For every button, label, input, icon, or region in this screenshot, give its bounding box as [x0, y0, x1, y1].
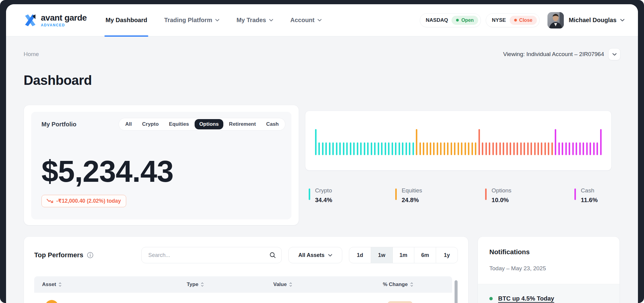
chart-bar-equities	[426, 142, 428, 155]
chart-bar-crypto	[399, 142, 400, 155]
legend-text: Cash11.6%	[581, 187, 598, 204]
chart-bar-cash	[555, 129, 556, 155]
tab-cash[interactable]: Cash	[261, 119, 283, 129]
chevron-down-icon	[215, 19, 219, 22]
chevron-down-icon[interactable]	[620, 19, 625, 22]
percent-change-badge	[388, 301, 412, 303]
chart-bar-crypto	[353, 142, 355, 155]
avatar[interactable]	[547, 12, 564, 28]
nav-item-label: Trading Platform	[164, 17, 212, 24]
legend-item-equities: Equities24.8%	[395, 187, 422, 204]
user-name[interactable]: Michael Douglas	[569, 17, 616, 24]
search-icon[interactable]	[269, 252, 276, 258]
chart-bar-cash	[565, 142, 567, 155]
chart-bar-crypto	[322, 142, 324, 155]
notifications-title: Notifications	[489, 248, 608, 256]
search-input[interactable]	[148, 252, 269, 259]
asset-coin-icon	[45, 300, 58, 303]
chart-bar-crypto	[325, 142, 327, 155]
active-nav-underline	[104, 35, 149, 37]
chart-bar-options	[513, 142, 515, 155]
range-1w[interactable]: 1w	[371, 247, 393, 263]
tab-crypto[interactable]: Crypto	[137, 119, 163, 129]
chart-bar-crypto	[402, 142, 403, 155]
range-1m[interactable]: 1m	[393, 247, 414, 263]
table-scrollbar[interactable]	[455, 280, 458, 303]
notification-text[interactable]: BTC up 4.5% Today	[498, 295, 554, 302]
chart-bar-crypto	[392, 142, 393, 155]
legend-percent: 34.4%	[315, 197, 332, 204]
legend-item-cash: Cash11.6%	[574, 187, 598, 204]
header-right: NASDAQ Open NYSE Close	[415, 12, 625, 28]
green-dot-icon	[489, 297, 493, 300]
range-1y[interactable]: 1y	[436, 247, 458, 263]
brand-logo[interactable]: avant garde ADVANCED	[24, 14, 87, 27]
legend-text: Crypto34.4%	[315, 187, 332, 204]
allocation-legend: Crypto34.4%Equities24.8%Options10.0%Cash…	[309, 187, 598, 204]
range-1d[interactable]: 1d	[349, 247, 371, 263]
chart-bar-crypto	[343, 142, 344, 155]
tab-equities[interactable]: Equities	[164, 119, 193, 129]
chart-bar-options	[496, 142, 497, 155]
chart-bar-crypto	[346, 142, 348, 155]
info-icon[interactable]	[87, 252, 94, 258]
column-label: Asset	[42, 281, 56, 288]
column-label: Type	[187, 281, 198, 288]
nav-item-my-trades[interactable]: My Trades	[236, 4, 273, 36]
chevron-down-icon	[269, 19, 273, 22]
nav-item-my-dashboard[interactable]: My Dashboard	[106, 4, 147, 36]
legend-tick-icon	[309, 188, 310, 200]
chart-bar-options	[510, 142, 511, 155]
column-header-change[interactable]: % Change	[383, 281, 444, 288]
tab-retirement[interactable]: Retirement	[225, 119, 261, 129]
chart-bar-options	[551, 142, 553, 155]
chart-bar-equities	[444, 142, 445, 155]
range-6m[interactable]: 6m	[414, 247, 436, 263]
chart-bar-cash	[579, 142, 581, 155]
nav-item-label: Account	[290, 17, 314, 24]
portfolio-tabs: AllCryptoEquitiesOptionsRetirementCash	[119, 118, 285, 131]
column-header-value[interactable]: Value	[273, 281, 383, 288]
legend-label: Options	[491, 187, 511, 194]
tab-options[interactable]: Options	[195, 119, 223, 129]
table-header-row: AssetTypeValue% Change	[34, 276, 452, 293]
chart-bar-options	[482, 142, 483, 155]
account-switcher-button[interactable]	[608, 48, 620, 60]
nav-item-trading-platform[interactable]: Trading Platform	[164, 4, 219, 36]
top-performers-header: Top Performers	[34, 247, 458, 263]
chart-bar-crypto	[406, 142, 407, 155]
daily-change-badge: -₹12,000.40 (2.02%) today	[41, 195, 126, 207]
asset-filter-label: All Assets	[298, 252, 324, 258]
nav-item-account[interactable]: Account	[290, 4, 322, 36]
chart-bar-options	[544, 142, 546, 155]
table-row[interactable]	[34, 293, 452, 303]
legend-tick-icon	[395, 188, 397, 200]
portfolio-header: My Portfolio AllCryptoEquitiesOptionsRet…	[41, 118, 285, 131]
legend-tick-icon	[574, 188, 576, 200]
asset-filter-dropdown[interactable]: All Assets	[288, 247, 342, 263]
brand-title: avant garde	[41, 14, 87, 22]
legend-label: Cash	[581, 187, 598, 194]
brand-subtitle: ADVANCED	[41, 23, 87, 27]
chart-bar-options	[517, 142, 518, 155]
chart-bar-equities	[461, 142, 462, 155]
top-performers-card: Top Performers	[24, 236, 468, 303]
market-status-badge: Close	[510, 16, 537, 25]
nav-item-label: My Trades	[236, 17, 266, 24]
chart-bar-equities	[458, 142, 459, 155]
tab-all[interactable]: All	[121, 119, 136, 129]
column-header-type[interactable]: Type	[187, 281, 273, 288]
brand-x-icon	[24, 14, 37, 27]
breadcrumb[interactable]: Home	[24, 51, 39, 58]
market-status-nyse: NYSE Close	[486, 13, 540, 27]
chart-bar-equities	[416, 129, 417, 155]
viewing-label: Viewing: Individual Account – 2IR07964	[503, 51, 604, 58]
column-label: % Change	[383, 281, 408, 288]
page-content: Home Viewing: Individual Account – 2IR07…	[6, 48, 638, 303]
chevron-down-icon	[317, 19, 322, 22]
column-header-asset[interactable]: Asset	[42, 281, 187, 288]
chart-bar-cash	[572, 142, 574, 155]
avatar-photo	[547, 12, 564, 28]
market-status-nasdaq: NASDAQ Open	[420, 13, 481, 27]
notification-item[interactable]: BTC up 4.5% Today	[489, 295, 608, 302]
